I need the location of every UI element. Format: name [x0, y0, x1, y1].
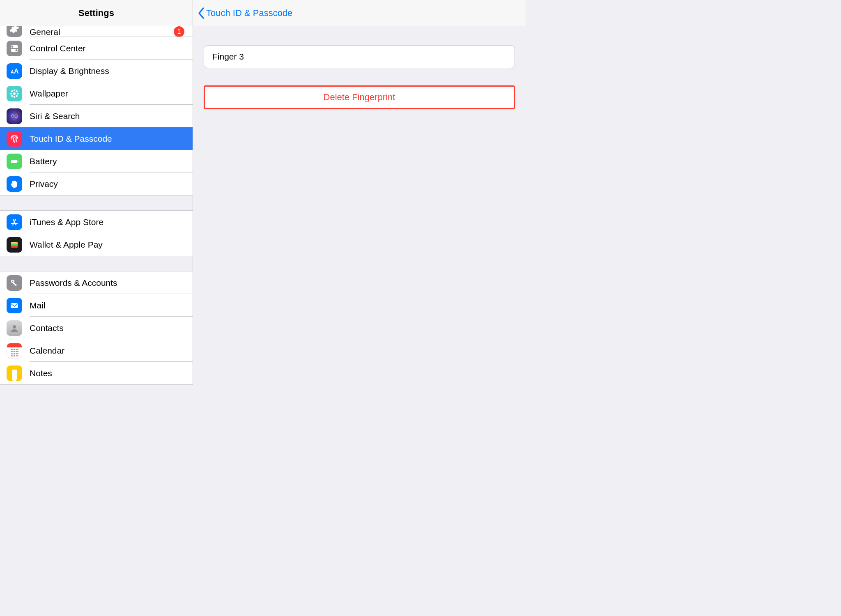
- svg-point-1: [11, 46, 14, 48]
- sidebar-item-label: Passwords & Accounts: [30, 278, 117, 288]
- svg-point-3: [16, 49, 18, 51]
- contacts-icon: [7, 320, 22, 336]
- sidebar-item-touchid[interactable]: Touch ID & Passcode: [0, 127, 193, 150]
- svg-point-26: [12, 280, 14, 282]
- sidebar-item-battery[interactable]: Battery: [0, 150, 193, 172]
- sidebar-item-label: Battery: [30, 156, 57, 166]
- sidebar-item-label: Contacts: [30, 323, 64, 333]
- settings-sidebar: Settings General1Control CenterAADisplay…: [0, 0, 193, 385]
- svg-text:A: A: [11, 69, 14, 74]
- sidebar-item-calendar[interactable]: Calendar: [0, 339, 193, 362]
- sidebar-item-label: Wallet & Apple Pay: [30, 240, 103, 250]
- sidebar-item-label: Mail: [30, 301, 46, 310]
- sidebar-item-label: General: [30, 27, 60, 37]
- delete-fingerprint-button[interactable]: Delete Fingerprint: [204, 85, 515, 109]
- sidebar-item-contacts[interactable]: Contacts: [0, 317, 193, 339]
- sidebar-item-general[interactable]: General1: [0, 26, 193, 37]
- svg-point-13: [11, 95, 13, 97]
- sidebar-item-mail[interactable]: Mail: [0, 294, 193, 317]
- sidebar-item-label: Touch ID & Passcode: [30, 134, 112, 144]
- notes-icon: [7, 365, 22, 381]
- fingerprint-name-cell[interactable]: Finger 3: [204, 45, 515, 68]
- svg-point-6: [13, 92, 16, 95]
- sidebar-group: Passwords & AccountsMailContactsCalendar…: [0, 271, 193, 385]
- sidebar-header: Settings: [0, 0, 193, 26]
- mail-icon: [7, 298, 22, 313]
- svg-rect-17: [18, 161, 18, 162]
- svg-point-11: [11, 90, 13, 92]
- svg-rect-29: [11, 303, 18, 308]
- detail-body: Finger 3 Delete Fingerprint: [193, 26, 526, 385]
- sidebar-item-passwords[interactable]: Passwords & Accounts: [0, 271, 193, 294]
- back-button[interactable]: Touch ID & Passcode: [198, 7, 292, 19]
- battery-icon: [7, 154, 22, 169]
- sidebar-item-notes[interactable]: Notes: [0, 362, 193, 384]
- sidebar-item-control-center[interactable]: Control Center: [0, 37, 193, 60]
- sidebar-item-siri[interactable]: Siri & Search: [0, 105, 193, 127]
- sidebar-item-label: Privacy: [30, 179, 58, 189]
- svg-point-7: [14, 89, 15, 91]
- delete-label: Delete Fingerprint: [324, 92, 395, 103]
- fingerprint-name-label: Finger 3: [212, 52, 244, 62]
- fingerprint-icon: [7, 131, 22, 147]
- svg-point-30: [13, 325, 16, 329]
- sidebar-title: Settings: [78, 8, 114, 18]
- siri-icon: [7, 108, 22, 124]
- svg-rect-24: [11, 246, 18, 248]
- sidebar-item-itunes[interactable]: iTunes & App Store: [0, 211, 193, 233]
- appstore-icon: [7, 214, 22, 230]
- wallet-icon: [7, 237, 22, 253]
- hand-icon: [7, 176, 22, 192]
- gear-icon: [7, 26, 22, 37]
- toggles-icon: [7, 41, 22, 56]
- svg-text:A: A: [14, 68, 19, 75]
- svg-point-8: [14, 96, 15, 97]
- sidebar-item-label: Notes: [30, 368, 52, 378]
- svg-point-14: [16, 95, 18, 97]
- chevron-left-icon: [198, 7, 205, 19]
- svg-rect-16: [11, 160, 17, 163]
- sidebar-item-label: Wallpaper: [30, 89, 68, 99]
- detail-header: Touch ID & Passcode: [193, 0, 526, 26]
- calendar-icon: [7, 343, 22, 359]
- sidebar-item-label: Control Center: [30, 44, 86, 53]
- sidebar-item-privacy[interactable]: Privacy: [0, 172, 193, 195]
- sidebar-item-wallpaper[interactable]: Wallpaper: [0, 82, 193, 105]
- notification-badge: 1: [174, 26, 184, 37]
- back-label: Touch ID & Passcode: [206, 8, 292, 18]
- svg-point-10: [17, 92, 18, 94]
- svg-point-9: [10, 92, 12, 94]
- sidebar-item-label: Calendar: [30, 346, 64, 356]
- sidebar-group: General1Control CenterAADisplay & Bright…: [0, 26, 193, 195]
- sidebar-item-display[interactable]: AADisplay & Brightness: [0, 60, 193, 82]
- svg-point-12: [16, 90, 18, 92]
- sidebar-item-wallet[interactable]: Wallet & Apple Pay: [0, 233, 193, 256]
- detail-pane: Touch ID & Passcode Finger 3 Delete Fing…: [193, 0, 526, 385]
- sidebar-item-label: Siri & Search: [30, 111, 80, 121]
- sidebar-item-label: iTunes & App Store: [30, 217, 103, 227]
- text-size-icon: AA: [7, 63, 22, 79]
- sidebar-list[interactable]: General1Control CenterAADisplay & Bright…: [0, 26, 193, 385]
- sidebar-group: iTunes & App StoreWallet & Apple Pay: [0, 210, 193, 256]
- flower-icon: [7, 86, 22, 101]
- key-icon: [7, 275, 22, 291]
- sidebar-item-label: Display & Brightness: [30, 66, 109, 76]
